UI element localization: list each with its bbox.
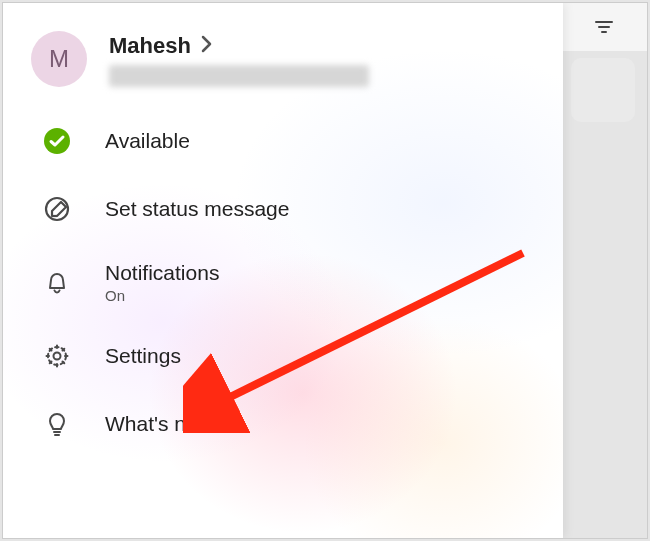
svg-point-7: [48, 347, 66, 365]
lightbulb-icon: [41, 408, 73, 440]
presence-label: Available: [105, 129, 190, 153]
filter-button[interactable]: [561, 3, 647, 51]
notifications-value: On: [105, 287, 219, 304]
menu-item-notifications[interactable]: Notifications On: [3, 243, 563, 322]
svg-point-6: [54, 353, 61, 360]
profile-name: Mahesh: [109, 33, 191, 59]
menu-item-settings[interactable]: Settings: [3, 322, 563, 390]
settings-label: Settings: [105, 344, 181, 368]
whats-new-label: What's new: [105, 412, 213, 436]
background-card: [571, 58, 635, 122]
notifications-label: Notifications: [105, 261, 219, 285]
menu-item-presence[interactable]: Available: [3, 107, 563, 175]
menu-item-set-status[interactable]: Set status message: [3, 175, 563, 243]
set-status-label: Set status message: [105, 197, 289, 221]
edit-status-icon: [41, 193, 73, 225]
profile-header[interactable]: M Mahesh: [3, 3, 563, 99]
profile-email-redacted: [109, 65, 369, 87]
bell-icon: [41, 267, 73, 299]
filter-icon: [592, 15, 616, 39]
gear-icon: [41, 340, 73, 372]
profile-menu-panel: M Mahesh: [3, 3, 563, 538]
avatar: M: [31, 31, 87, 87]
available-icon: [41, 125, 73, 157]
menu-item-whats-new[interactable]: What's new: [3, 390, 563, 458]
chevron-right-icon: [201, 33, 212, 59]
